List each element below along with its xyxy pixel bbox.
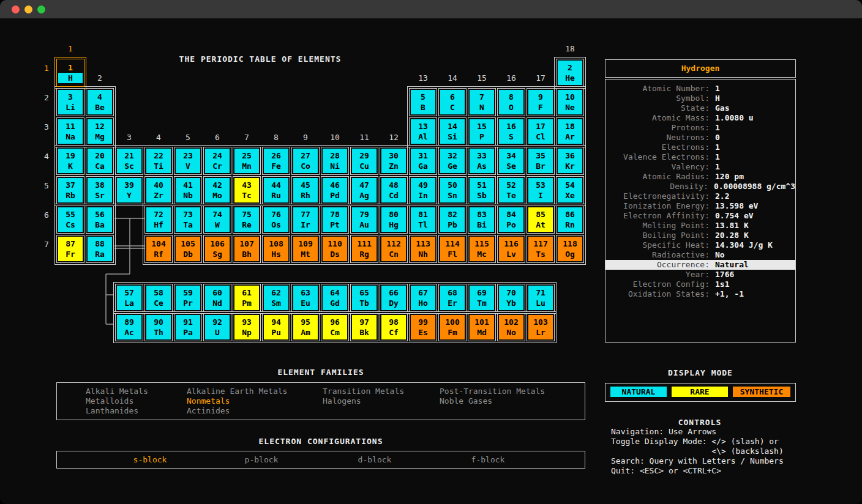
element-cell-Ar[interactable]: 18Ar	[556, 117, 584, 146]
mode-swatch-rare[interactable]: RARE	[672, 387, 728, 397]
element-cell-Gd[interactable]: 64Gd	[321, 284, 349, 312]
element-cell-Sb[interactable]: 51Sb	[468, 176, 496, 204]
element-cell-Ds[interactable]: 110Ds	[321, 235, 349, 263]
element-cell-Re[interactable]: 75Re	[233, 206, 261, 234]
element-cell-F[interactable]: 9F	[527, 88, 555, 116]
family-item-transition-metals[interactable]: Transition Metals	[323, 387, 404, 396]
element-cell-Ga[interactable]: 31Ga	[409, 147, 437, 175]
element-cell-Pr[interactable]: 59Pr	[174, 284, 202, 312]
element-cell-B[interactable]: 5B	[409, 88, 437, 116]
element-cell-Dy[interactable]: 66Dy	[380, 284, 408, 312]
element-cell-Lv[interactable]: 116Lv	[497, 235, 525, 263]
element-cell-Xe[interactable]: 54Xe	[556, 176, 584, 204]
element-cell-Ag[interactable]: 47Ag	[350, 176, 378, 204]
element-cell-Al[interactable]: 13Al	[409, 117, 437, 146]
element-cell-Md[interactable]: 101Md	[468, 313, 496, 341]
mode-swatch-synthetic[interactable]: SYNTHETIC	[733, 387, 790, 397]
element-cell-Ne[interactable]: 10Ne	[556, 88, 584, 116]
element-cell-Hf[interactable]: 72Hf	[144, 206, 173, 234]
element-cell-La[interactable]: 57La	[115, 284, 143, 312]
element-cell-In[interactable]: 49In	[409, 176, 437, 204]
element-cell-Rf[interactable]: 104Rf	[144, 235, 173, 263]
element-cell-Hs[interactable]: 108Hs	[262, 235, 290, 263]
close-button[interactable]	[12, 6, 20, 13]
element-cell-Ac[interactable]: 89Ac	[115, 313, 143, 341]
element-cell-U[interactable]: 92U	[203, 313, 231, 341]
element-cell-Pa[interactable]: 91Pa	[174, 313, 202, 341]
element-cell-Er[interactable]: 68Er	[438, 284, 467, 312]
element-cell-S[interactable]: 16S	[497, 117, 525, 146]
element-cell-Sr[interactable]: 38Sr	[86, 176, 114, 204]
element-cell-Co[interactable]: 27Co	[291, 147, 320, 175]
element-cell-Cr[interactable]: 24Cr	[203, 147, 231, 175]
family-item-actinides[interactable]: Actinides	[187, 406, 230, 416]
element-cell-Sc[interactable]: 21Sc	[115, 147, 143, 175]
element-cell-Te[interactable]: 52Te	[497, 176, 525, 204]
element-cell-Ca[interactable]: 20Ca	[86, 147, 114, 175]
element-cell-Fm[interactable]: 100Fm	[438, 313, 467, 341]
element-cell-O[interactable]: 8O	[497, 88, 525, 116]
element-cell-Am[interactable]: 95Am	[291, 313, 320, 341]
element-cell-He[interactable]: 2He	[556, 59, 584, 87]
element-cell-Ta[interactable]: 73Ta	[174, 206, 202, 234]
element-cell-Tc[interactable]: 43Tc	[233, 176, 261, 204]
element-cell-Na[interactable]: 11Na	[56, 117, 84, 146]
element-cell-Th[interactable]: 90Th	[144, 313, 173, 341]
element-cell-Cd[interactable]: 48Cd	[380, 176, 408, 204]
element-cell-Kr[interactable]: 36Kr	[556, 147, 584, 175]
element-cell-Bh[interactable]: 107Bh	[233, 235, 261, 263]
element-cell-Ra[interactable]: 88Ra	[86, 235, 114, 263]
element-cell-Sm[interactable]: 62Sm	[262, 284, 290, 312]
config-item-p-block[interactable]: p-block	[245, 455, 279, 465]
family-item-noble-gases[interactable]: Noble Gases	[440, 396, 492, 406]
element-cell-Mc[interactable]: 115Mc	[468, 235, 496, 263]
element-cell-Ir[interactable]: 77Ir	[291, 206, 320, 234]
element-cell-Tl[interactable]: 81Tl	[409, 206, 437, 234]
element-cell-No[interactable]: 102No	[497, 313, 525, 341]
element-cell-Ho[interactable]: 67Ho	[409, 284, 437, 312]
element-cell-Mn[interactable]: 25Mn	[233, 147, 261, 175]
element-cell-Ru[interactable]: 44Ru	[262, 176, 290, 204]
family-item-alkali-metals[interactable]: Alkali Metals	[86, 387, 148, 396]
element-cell-Lu[interactable]: 71Lu	[527, 284, 555, 312]
element-cell-Rh[interactable]: 45Rh	[291, 176, 320, 204]
element-cell-Es[interactable]: 99Es	[409, 313, 437, 341]
element-cell-Nb[interactable]: 41Nb	[174, 176, 202, 204]
family-item-alkaline-earth-metals[interactable]: Alkaline Earth Metals	[187, 387, 287, 396]
element-cell-Fr[interactable]: 87Fr	[56, 235, 84, 263]
element-cell-Cu[interactable]: 29Cu	[350, 147, 378, 175]
element-cell-Pu[interactable]: 94Pu	[262, 313, 290, 341]
config-item-d-block[interactable]: d-block	[358, 455, 392, 465]
family-item-nonmetals[interactable]: Nonmetals	[187, 396, 230, 406]
element-cell-Cn[interactable]: 112Cn	[380, 235, 408, 263]
element-cell-Mt[interactable]: 109Mt	[291, 235, 320, 263]
element-cell-Nh[interactable]: 113Nh	[409, 235, 437, 263]
element-cell-Pb[interactable]: 82Pb	[438, 206, 467, 234]
element-cell-Ba[interactable]: 56Ba	[86, 206, 114, 234]
config-item-f-block[interactable]: f-block	[471, 455, 505, 465]
element-cell-Bk[interactable]: 97Bk	[350, 313, 378, 341]
family-item-post-transition-metals[interactable]: Post-Transition Metals	[440, 387, 545, 396]
element-cell-Hg[interactable]: 80Hg	[380, 206, 408, 234]
element-cell-Tm[interactable]: 69Tm	[468, 284, 496, 312]
element-cell-Cl[interactable]: 17Cl	[527, 117, 555, 146]
element-cell-At[interactable]: 85At	[527, 206, 555, 234]
element-cell-Sg[interactable]: 106Sg	[203, 235, 231, 263]
element-cell-Pm[interactable]: 61Pm	[233, 284, 261, 312]
element-cell-Nd[interactable]: 60Nd	[203, 284, 231, 312]
family-item-halogens[interactable]: Halogens	[323, 396, 361, 406]
element-cell-Rn[interactable]: 86Rn	[556, 206, 584, 234]
zoom-button[interactable]	[37, 6, 45, 13]
element-cell-Ti[interactable]: 22Ti	[144, 147, 173, 175]
element-cell-H[interactable]: 1H	[56, 59, 84, 87]
family-item-lanthanides[interactable]: Lanthanides	[86, 406, 138, 416]
element-cell-Ni[interactable]: 28Ni	[321, 147, 349, 175]
config-item-s-block[interactable]: s-block	[133, 455, 167, 465]
element-cell-W[interactable]: 74W	[203, 206, 231, 234]
element-cell-Se[interactable]: 34Se	[497, 147, 525, 175]
element-cell-C[interactable]: 6C	[438, 88, 467, 116]
element-cell-Zn[interactable]: 30Zn	[380, 147, 408, 175]
element-cell-Eu[interactable]: 63Eu	[291, 284, 320, 312]
element-cell-Li[interactable]: 3Li	[56, 88, 84, 116]
element-cell-P[interactable]: 15P	[468, 117, 496, 146]
